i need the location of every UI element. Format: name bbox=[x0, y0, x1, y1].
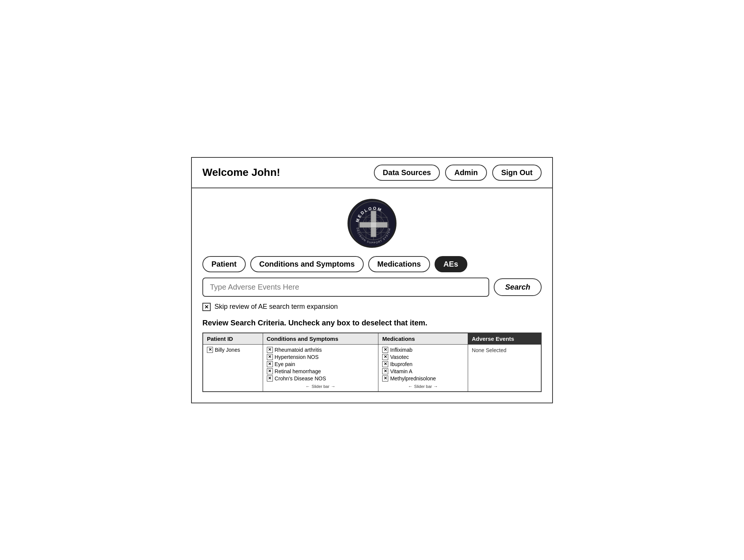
condition-label-4: Crohn's Disease NOS bbox=[275, 375, 326, 381]
list-item: Vasotec bbox=[382, 354, 464, 360]
header-buttons: Data Sources Admin Sign Out bbox=[374, 165, 542, 181]
col-medications: Medications bbox=[378, 333, 468, 345]
adverse-events-none: None Selected bbox=[472, 347, 507, 353]
med-checkbox-3[interactable] bbox=[382, 368, 388, 374]
med-label-0: Infliximab bbox=[390, 347, 412, 353]
medloom-logo: MEDLOOM DECISION SUPPORT SYSTEM bbox=[348, 199, 396, 248]
review-heading: Review Search Criteria. Uncheck any box … bbox=[192, 317, 552, 333]
search-button[interactable]: Search bbox=[494, 278, 542, 296]
adverse-events-cell: None Selected bbox=[468, 344, 541, 392]
adverse-events-search-input[interactable] bbox=[202, 278, 489, 297]
col-adverse-events: Adverse Events bbox=[468, 333, 541, 345]
skip-row: Skip review of AE search term expansion bbox=[192, 301, 552, 317]
sign-out-button[interactable]: Sign Out bbox=[492, 165, 542, 181]
med-checkbox-1[interactable] bbox=[382, 354, 388, 360]
patient-name: Billy Jones bbox=[215, 347, 240, 353]
skip-checkbox[interactable] bbox=[202, 303, 211, 311]
patient-id-cell: Billy Jones bbox=[203, 344, 263, 392]
list-item: Rheumatoid arthritis bbox=[267, 347, 375, 353]
list-item: Eye pain bbox=[267, 361, 375, 367]
slider-bar-label: Slider bar bbox=[312, 384, 329, 389]
med-checkbox-2[interactable] bbox=[382, 361, 388, 367]
main-container: Welcome John! Data Sources Admin Sign Ou… bbox=[191, 157, 553, 403]
condition-checkbox-1[interactable] bbox=[267, 354, 273, 360]
welcome-text: Welcome John! bbox=[202, 166, 280, 179]
search-row: Search bbox=[192, 278, 552, 301]
aes-tab[interactable]: AEs bbox=[435, 256, 467, 272]
list-item: Hypertension NOS bbox=[267, 354, 375, 360]
condition-label-0: Rheumatoid arthritis bbox=[275, 347, 322, 353]
list-item: Crohn's Disease NOS bbox=[267, 375, 375, 381]
list-item: Retinal hemorrhage bbox=[267, 368, 375, 374]
medications-cell: Infliximab Vasotec Ibuprofen bbox=[378, 344, 468, 392]
col-conditions: Conditions and Symptoms bbox=[263, 333, 378, 345]
logo-area: MEDLOOM DECISION SUPPORT SYSTEM bbox=[192, 188, 552, 256]
criteria-table: Patient ID Conditions and Symptoms Medic… bbox=[202, 333, 542, 392]
list-item: Methylprednisolone bbox=[382, 375, 464, 381]
med-right-arrow-icon: → bbox=[433, 384, 438, 389]
right-arrow-icon: → bbox=[331, 384, 335, 389]
med-label-2: Ibuprofen bbox=[390, 361, 412, 367]
header-bar: Welcome John! Data Sources Admin Sign Ou… bbox=[192, 158, 552, 188]
medications-tab[interactable]: Medications bbox=[368, 256, 430, 272]
table-row: Billy Jones Rheumatoid arthritis bbox=[203, 344, 541, 392]
list-item: Infliximab bbox=[382, 347, 464, 353]
condition-checkbox-3[interactable] bbox=[267, 368, 273, 374]
medications-list: Infliximab Vasotec Ibuprofen bbox=[382, 347, 464, 381]
svg-rect-12 bbox=[371, 222, 376, 227]
list-item: Ibuprofen bbox=[382, 361, 464, 367]
med-checkbox-0[interactable] bbox=[382, 347, 388, 353]
admin-button[interactable]: Admin bbox=[445, 165, 487, 181]
condition-checkbox-4[interactable] bbox=[267, 375, 273, 381]
medications-slider-bar[interactable]: ← Slider bar → bbox=[382, 384, 464, 389]
list-item: Vitamin A bbox=[382, 368, 464, 374]
skip-label: Skip review of AE search term expansion bbox=[214, 303, 338, 311]
conditions-tab[interactable]: Conditions and Symptoms bbox=[250, 256, 364, 272]
condition-checkbox-2[interactable] bbox=[267, 361, 273, 367]
med-label-1: Vasotec bbox=[390, 354, 409, 360]
med-label-4: Methylprednisolone bbox=[390, 375, 436, 381]
patient-checkbox[interactable] bbox=[207, 347, 213, 353]
med-label-3: Vitamin A bbox=[390, 368, 412, 374]
med-slider-bar-label: Slider bar bbox=[414, 384, 432, 389]
condition-checkbox-0[interactable] bbox=[267, 347, 273, 353]
col-patient-id: Patient ID bbox=[203, 333, 263, 345]
med-checkbox-4[interactable] bbox=[382, 375, 388, 381]
conditions-slider-bar[interactable]: ← Slider bar → bbox=[267, 384, 375, 389]
nav-tabs: Patient Conditions and Symptoms Medicati… bbox=[192, 256, 552, 278]
conditions-list: Rheumatoid arthritis Hypertension NOS Ey… bbox=[267, 347, 375, 381]
condition-label-3: Retinal hemorrhage bbox=[275, 368, 321, 374]
left-arrow-icon: ← bbox=[306, 384, 310, 389]
conditions-cell: Rheumatoid arthritis Hypertension NOS Ey… bbox=[263, 344, 378, 392]
med-left-arrow-icon: ← bbox=[408, 384, 413, 389]
data-sources-button[interactable]: Data Sources bbox=[374, 165, 440, 181]
condition-label-2: Eye pain bbox=[275, 361, 295, 367]
condition-label-1: Hypertension NOS bbox=[275, 354, 319, 360]
patient-tab[interactable]: Patient bbox=[202, 256, 246, 272]
